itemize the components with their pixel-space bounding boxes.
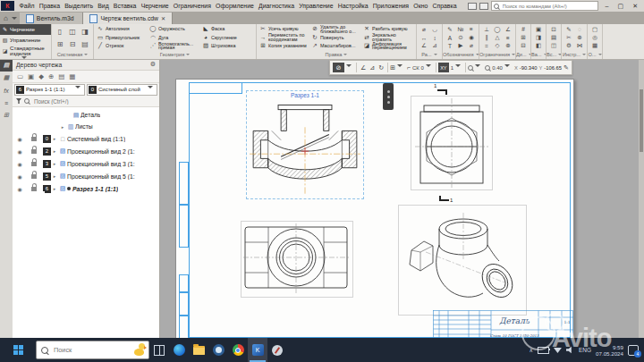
tool-icon[interactable]: ◎ xyxy=(589,33,600,41)
eraser-button[interactable]: ⊘ xyxy=(333,63,344,72)
group-label[interactable]: Геометрия xyxy=(94,52,256,59)
tool-icon[interactable]: △ xyxy=(492,33,503,41)
panel-switch-icon[interactable]: ⊞ xyxy=(0,109,13,122)
group-label[interactable]: Ди... xyxy=(516,52,530,59)
menu-item[interactable]: Вид xyxy=(96,3,112,9)
menu-item[interactable]: Диагностика xyxy=(256,3,296,9)
tool-icon[interactable]: ⊞ xyxy=(518,33,529,41)
menu-item[interactable]: Управление xyxy=(297,3,336,9)
tool-button[interactable]: ◕ Скругление xyxy=(201,33,254,41)
panel-switch-icon[interactable]: ≡ xyxy=(0,97,13,109)
tool-icon[interactable]: ⊙ xyxy=(455,33,466,41)
tool-icon[interactable]: ▤ xyxy=(548,33,559,41)
system-tool-icon[interactable]: ▯ xyxy=(54,25,66,38)
vertical-scrollbar[interactable] xyxy=(639,59,644,338)
tool-icon[interactable]: ⊡ xyxy=(548,25,559,33)
group-label[interactable]: О... xyxy=(588,52,602,59)
tree-tool-icon[interactable]: ▤ xyxy=(58,72,64,80)
compass-app-icon[interactable] xyxy=(267,338,287,362)
group-label[interactable]: Инстр... xyxy=(562,52,587,59)
tool-icon[interactable]: ⚙ xyxy=(564,42,574,50)
language-indicator[interactable]: ENG xyxy=(579,347,591,353)
current-layer-select[interactable]: 0 Системный слой xyxy=(87,84,157,96)
chrome-icon[interactable] xyxy=(228,338,248,362)
visibility-eye-icon[interactable]: ◉ xyxy=(13,148,27,155)
section-view[interactable]: Разрез 1-1 xyxy=(246,90,364,199)
lock-icon[interactable] xyxy=(31,162,37,166)
coordinate-system-select[interactable]: СК 0 xyxy=(412,65,424,71)
tool-icon[interactable]: ✎ xyxy=(564,25,574,33)
lock-icon[interactable] xyxy=(31,137,37,141)
view-number-select[interactable]: 1 xyxy=(451,65,453,71)
filter-icon[interactable] xyxy=(16,98,21,104)
floating-panel-handle[interactable] xyxy=(383,83,394,110)
menu-item[interactable]: Настройка xyxy=(335,3,370,9)
grid-toggle[interactable]: ⊞ xyxy=(390,64,395,72)
visibility-eye-icon[interactable]: ◉ xyxy=(13,136,27,142)
menu-item[interactable]: Файл xyxy=(17,3,37,9)
tool-icon[interactable]: ⊿ xyxy=(429,42,440,50)
home-button[interactable]: ⌂ xyxy=(0,13,12,24)
expand-icon[interactable]: ▸ xyxy=(59,124,66,130)
tree-search-input[interactable] xyxy=(32,97,134,105)
tree-view-row[interactable]: ◉ 5 ▸ ▨ Проекционный вид 5 (1: xyxy=(13,170,159,182)
tree-item-detail[interactable]: ▤ Деталь xyxy=(13,109,159,121)
lock-icon[interactable] xyxy=(31,187,37,191)
system-tool-icon[interactable]: ⊞ xyxy=(54,38,66,50)
drawing-sheet[interactable]: Разрез 1-1 xyxy=(175,79,574,341)
tool-button[interactable]: ↻ Повернуть xyxy=(310,33,362,41)
tray-expand-icon[interactable]: ∧ xyxy=(530,347,533,353)
menu-item[interactable]: Окно xyxy=(411,3,430,9)
menu-item[interactable]: Черчение xyxy=(139,3,171,9)
start-button[interactable] xyxy=(0,338,36,362)
tool-icon[interactable]: ◫ xyxy=(548,42,559,50)
tool-icon[interactable]: ◌ xyxy=(574,25,585,33)
tool-icon[interactable]: ✎ xyxy=(445,25,455,33)
document-tab[interactable]: Чертеж вентиль.cdw ✕ xyxy=(83,13,173,24)
command-search[interactable] xyxy=(491,1,598,11)
tree-view-row[interactable]: ◉ 6 ▸ ▨ Разрез 1-1 (1:1) xyxy=(13,182,159,195)
layout-icon[interactable] xyxy=(468,3,477,10)
modes-expand-icon[interactable] xyxy=(21,56,27,59)
mode-button[interactable]: ◪ Стандартные изделия xyxy=(0,46,51,56)
kompas-taskbar-icon[interactable]: K xyxy=(248,338,267,362)
tab-close-icon[interactable]: ✕ xyxy=(161,15,165,21)
tool-button[interactable]: ✕ Разбить кривую xyxy=(362,25,414,33)
chevron-down-icon[interactable] xyxy=(455,64,461,67)
chevron-down-icon[interactable] xyxy=(475,64,480,67)
mode-button[interactable]: ✎ Черчение xyxy=(0,24,51,35)
menu-item[interactable]: Оформление xyxy=(213,3,256,9)
edge-icon[interactable] xyxy=(169,338,189,362)
menu-item[interactable]: Приложения xyxy=(370,3,411,9)
group-label[interactable]: Обозначения xyxy=(443,52,479,59)
tool-icon[interactable]: ▶ xyxy=(455,42,466,50)
tool-button[interactable]: ⇄ Зеркально отразить xyxy=(362,33,414,41)
close-button[interactable]: ✕ xyxy=(628,3,642,10)
visibility-eye-icon[interactable]: ◉ xyxy=(13,173,27,180)
system-tool-icon[interactable]: ▤ xyxy=(79,38,91,50)
chevron-down-icon[interactable] xyxy=(346,64,352,67)
isometric-view[interactable] xyxy=(398,205,527,316)
chevron-down-icon[interactable] xyxy=(504,64,510,67)
tool-icon[interactable]: ◨ xyxy=(533,33,544,41)
group-label[interactable]: Ва... xyxy=(531,52,546,59)
group-label[interactable]: Правка xyxy=(257,52,416,59)
chevron-down-icon[interactable] xyxy=(426,64,431,67)
tool-icon[interactable]: ⋈ xyxy=(574,42,585,50)
expand-icon[interactable]: ▸ xyxy=(51,148,58,154)
panel-switch-icon[interactable]: ▦ xyxy=(0,72,13,84)
tool-button[interactable]: ▨ Штриховка xyxy=(201,42,254,50)
command-search-input[interactable] xyxy=(501,3,594,10)
tool-button[interactable]: ◯ Окружность xyxy=(148,25,201,33)
taskbar-search[interactable] xyxy=(36,341,149,359)
tree-tool-icon[interactable]: ⊕ xyxy=(48,72,54,80)
tree-view-row[interactable]: ◉ 0 ▸ □ Системный вид (1:1) xyxy=(13,132,159,145)
tree-tool-icon[interactable]: ▦ xyxy=(69,72,75,80)
lock-icon[interactable] xyxy=(31,174,37,179)
tool-icon[interactable]: ⊟ xyxy=(518,42,529,50)
group-label[interactable]: Ограничения xyxy=(479,52,515,59)
tool-button[interactable]: ◪ Деформация перемещением xyxy=(362,42,414,50)
snap-icon[interactable]: ⊿ xyxy=(368,64,377,72)
top-view[interactable] xyxy=(241,221,353,298)
gear-icon[interactable]: ⚙ xyxy=(150,61,156,68)
